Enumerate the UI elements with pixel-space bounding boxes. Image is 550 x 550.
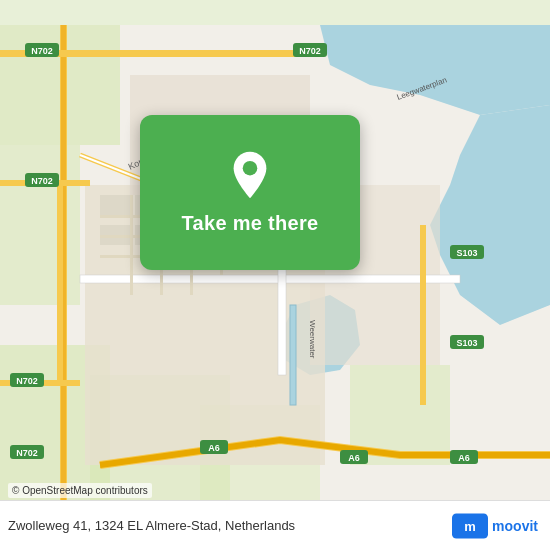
take-me-there-label: Take me there <box>182 212 319 235</box>
osm-attribution: © OpenStreetMap contributors <box>8 483 152 498</box>
map-container: N702 N702 N702 N702 N702 S103 S103 A6 A6… <box>0 0 550 550</box>
svg-text:m: m <box>464 519 476 534</box>
svg-rect-26 <box>290 305 296 405</box>
moovit-logo: m moovit <box>452 512 538 540</box>
location-pin-icon <box>225 150 275 200</box>
svg-text:S103: S103 <box>456 248 477 258</box>
svg-rect-2 <box>0 145 80 305</box>
svg-text:N702: N702 <box>31 46 53 56</box>
svg-text:N702: N702 <box>31 176 53 186</box>
map-svg: N702 N702 N702 N702 N702 S103 S103 A6 A6… <box>0 0 550 550</box>
moovit-text: moovit <box>492 518 538 534</box>
svg-text:N702: N702 <box>16 376 38 386</box>
svg-point-57 <box>243 161 258 176</box>
svg-text:A6: A6 <box>208 443 220 453</box>
svg-rect-30 <box>130 195 133 295</box>
address-text: Zwolleweg 41, 1324 EL Almere-Stad, Nethe… <box>8 518 295 533</box>
svg-rect-10 <box>100 195 130 215</box>
svg-text:S103: S103 <box>456 338 477 348</box>
svg-rect-25 <box>420 225 426 405</box>
take-me-there-card[interactable]: Take me there <box>140 115 360 270</box>
moovit-logo-icon: m <box>452 512 488 540</box>
svg-rect-23 <box>80 275 460 283</box>
bottom-bar: Zwolleweg 41, 1324 EL Almere-Stad, Nethe… <box>0 500 550 550</box>
svg-text:Weerwater: Weerwater <box>308 320 317 359</box>
svg-text:A6: A6 <box>458 453 470 463</box>
svg-text:N702: N702 <box>16 448 38 458</box>
svg-text:N702: N702 <box>299 46 321 56</box>
svg-text:A6: A6 <box>348 453 360 463</box>
